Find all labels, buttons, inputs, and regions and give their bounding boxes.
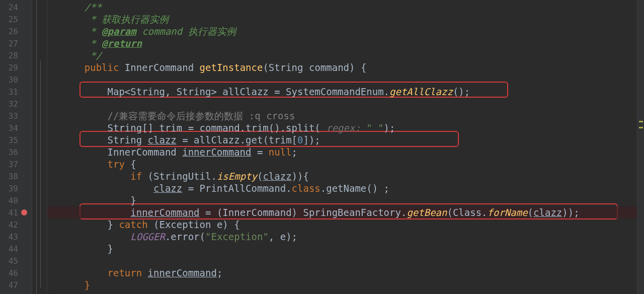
line-number[interactable]: 42 [0, 220, 18, 230]
line-number[interactable]: 32 [0, 99, 18, 109]
code-line[interactable]: InnerCommand innerCommand = null; [47, 146, 637, 158]
code-line[interactable]: /** [47, 1, 637, 13]
code-line[interactable]: if (StringUtil.isEmpty(clazz)){ [47, 170, 637, 182]
code-line[interactable]: * 获取执行器实例 [47, 13, 637, 25]
line-number[interactable]: 26 [0, 27, 18, 36]
code-line[interactable]: } catch (Exception e) { [47, 218, 637, 231]
code-line[interactable] [47, 74, 637, 86]
code-line[interactable]: String clazz = allClazz.get(trim[0]); [47, 134, 637, 146]
code-line[interactable]: } [47, 194, 637, 206]
code-line[interactable]: String[] trim = command.trim().split( re… [47, 122, 637, 134]
code-editor: 24 25 26 27 28 29 30 31 32 33 34 35 36 3… [0, 0, 644, 294]
code-line[interactable]: return innerCommand; [47, 267, 637, 279]
code-line[interactable]: public InnerCommand getInstance(String c… [47, 61, 637, 74]
code-line-breakpoint[interactable]: innerCommand = (InnerCommand) SpringBean… [47, 206, 637, 218]
breakpoint-icon[interactable] [21, 209, 27, 215]
line-number[interactable]: 46 [0, 268, 18, 278]
line-number[interactable]: 28 [0, 51, 18, 60]
line-number[interactable]: 41 [0, 208, 18, 217]
code-line[interactable]: try { [47, 158, 637, 170]
stripe-mark[interactable] [639, 127, 643, 128]
code-line[interactable]: } [47, 243, 637, 255]
code-line[interactable]: Map<String, String> allClazz = SystemCom… [47, 86, 637, 98]
error-stripe[interactable] [637, 0, 644, 294]
code-line[interactable]: * @param command 执行器实例 [47, 25, 637, 37]
line-number[interactable]: 34 [0, 123, 18, 133]
line-number[interactable]: 24 [0, 3, 18, 12]
gutter[interactable]: 24 25 26 27 28 29 30 31 32 33 34 35 36 3… [0, 0, 32, 294]
line-number[interactable]: 43 [0, 232, 18, 242]
stripe-mark[interactable] [639, 121, 643, 122]
line-number[interactable]: 38 [0, 172, 18, 181]
line-number[interactable]: 25 [0, 15, 18, 24]
line-number[interactable]: 44 [0, 244, 18, 254]
code-line[interactable]: LOGGER.error("Exception", e); [47, 231, 637, 243]
code-line[interactable]: */ [47, 49, 637, 61]
fold-guide [40, 60, 41, 288]
line-number[interactable]: 31 [0, 87, 18, 97]
line-number[interactable]: 36 [0, 148, 18, 157]
line-number[interactable]: 47 [0, 280, 18, 290]
line-number[interactable]: 35 [0, 135, 18, 145]
code-line[interactable]: * @return [47, 37, 637, 49]
code-line[interactable]: } [47, 279, 637, 291]
line-number[interactable]: 45 [0, 256, 18, 266]
code-line[interactable] [47, 98, 637, 110]
fold-rail[interactable] [32, 0, 47, 294]
code-area[interactable]: /** * 获取执行器实例 * @param command 执行器实例 * @… [47, 0, 637, 294]
code-line[interactable]: clazz = PrintAllCommand.class.getName() … [47, 182, 637, 194]
line-number[interactable]: 29 [0, 63, 18, 72]
line-number[interactable]: 40 [0, 196, 18, 205]
line-number[interactable]: 37 [0, 160, 18, 169]
code-line[interactable] [47, 255, 637, 267]
fold-guide [36, 0, 37, 294]
line-number[interactable]: 30 [0, 75, 18, 85]
line-number[interactable]: 33 [0, 111, 18, 121]
line-number[interactable]: 27 [0, 39, 18, 48]
line-number[interactable]: 39 [0, 184, 18, 193]
code-line[interactable]: //兼容需要命令后接参数的数据 :q cross [47, 110, 637, 122]
